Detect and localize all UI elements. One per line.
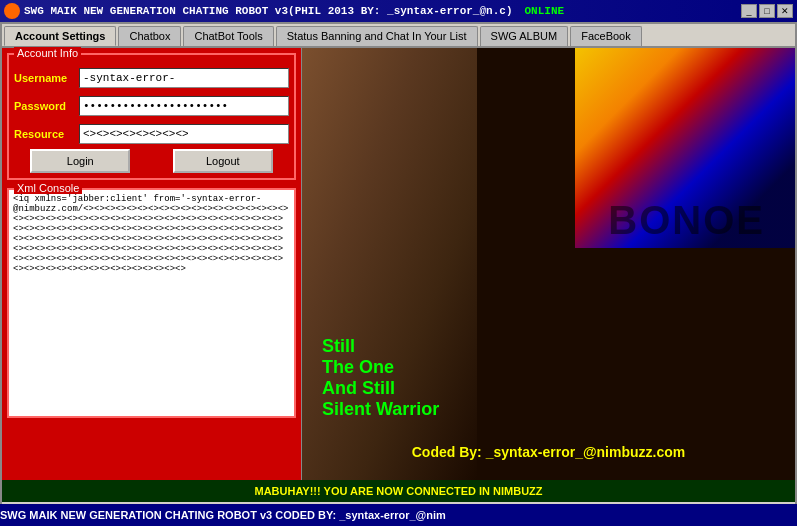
username-row: Username bbox=[14, 68, 289, 88]
bottom-bar-text: SWG MAIK NEW GENERATION CHATING ROBOT v3… bbox=[0, 509, 446, 521]
xml-console-title: Xml Console bbox=[14, 182, 82, 194]
username-input[interactable] bbox=[79, 68, 289, 88]
main-window: Account Settings Chatbox ChatBot Tools S… bbox=[0, 22, 797, 526]
tab-swg-album[interactable]: SWG ALBUM bbox=[480, 26, 569, 46]
title-bar: SWG MAIK NEW GENERATION CHATING ROBOT v3… bbox=[0, 0, 797, 22]
text-warrior: Silent Warrior bbox=[322, 399, 439, 420]
xml-console-group: Xml Console <iq xmlns='jabber:client' fr… bbox=[7, 188, 296, 418]
button-row: Login Logout bbox=[14, 149, 289, 173]
bottom-bar: SWG MAIK NEW GENERATION CHATING ROBOT v3… bbox=[0, 504, 797, 526]
xml-console-textarea[interactable]: <iq xmlns='jabber:client' from='-syntax-… bbox=[9, 190, 294, 416]
minimize-button[interactable]: _ bbox=[741, 4, 757, 18]
status-bar: MABUHAY!!! YOU ARE NOW CONNECTED IN NIMB… bbox=[2, 480, 795, 502]
coded-by-text: Coded By: _syntax-error_@nimbuzz.com bbox=[302, 444, 795, 460]
tab-chatbot-tools[interactable]: ChatBot Tools bbox=[183, 26, 273, 46]
login-button[interactable]: Login bbox=[30, 149, 130, 173]
text-theone: The One bbox=[322, 357, 439, 378]
tab-account-settings[interactable]: Account Settings bbox=[4, 26, 116, 46]
username-label: Username bbox=[14, 72, 79, 84]
xml-console-wrapper: Xml Console <iq xmlns='jabber:client' fr… bbox=[7, 188, 296, 418]
text-still: Still bbox=[322, 336, 439, 357]
tab-bar: Account Settings Chatbox ChatBot Tools S… bbox=[2, 24, 795, 48]
account-info-group: Account Info Username Password Resource … bbox=[7, 53, 296, 180]
logout-button[interactable]: Logout bbox=[173, 149, 273, 173]
right-panel: BONOE Still The One And Still Silent War… bbox=[302, 48, 795, 480]
resource-input[interactable] bbox=[79, 124, 289, 144]
close-button[interactable]: ✕ bbox=[777, 4, 793, 18]
resource-label: Resource bbox=[14, 128, 79, 140]
tab-status-banning[interactable]: Status Banning and Chat In Your List bbox=[276, 26, 478, 46]
maximize-button[interactable]: □ bbox=[759, 4, 775, 18]
text-andstill: And Still bbox=[322, 378, 439, 399]
title-text: SWG MAIK NEW GENERATION CHATING ROBOT v3… bbox=[24, 5, 512, 17]
status-message: MABUHAY!!! YOU ARE NOW CONNECTED IN NIMB… bbox=[254, 485, 542, 497]
tab-facebook[interactable]: FaceBook bbox=[570, 26, 642, 46]
password-label: Password bbox=[14, 100, 79, 112]
resource-row: Resource bbox=[14, 124, 289, 144]
bg-text: BONOE bbox=[608, 198, 765, 243]
text-overlay: Still The One And Still Silent Warrior bbox=[322, 336, 439, 420]
password-input[interactable] bbox=[79, 96, 289, 116]
app-icon bbox=[4, 3, 20, 19]
password-row: Password bbox=[14, 96, 289, 116]
account-info-title: Account Info bbox=[14, 47, 81, 59]
window-controls: _ □ ✕ bbox=[741, 4, 793, 18]
content-area: Account Info Username Password Resource … bbox=[2, 48, 795, 480]
online-status: ONLINE bbox=[524, 5, 564, 17]
tab-chatbox[interactable]: Chatbox bbox=[118, 26, 181, 46]
title-bar-text: SWG MAIK NEW GENERATION CHATING ROBOT v3… bbox=[4, 3, 564, 19]
left-panel: Account Info Username Password Resource … bbox=[2, 48, 302, 480]
